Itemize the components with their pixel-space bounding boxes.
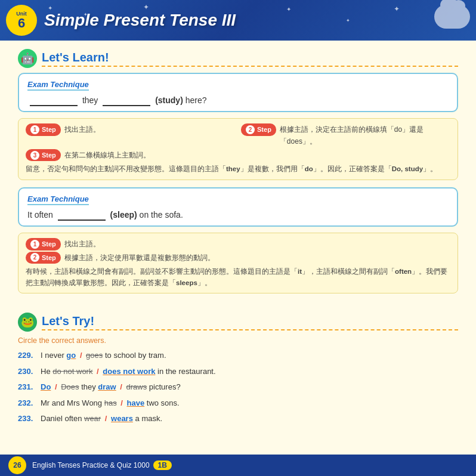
separator-231-1: / (55, 382, 59, 391)
lets-try-header: 🐸 Let's Try! (18, 313, 458, 332)
step-2-badge: 2Step (241, 123, 276, 136)
choice-231-draw: draw (98, 382, 116, 391)
lets-try-section: 🐸 Let's Try! Circle the correct answers.… (0, 307, 476, 434)
exam-technique-label-1: Exam Technique (27, 80, 89, 91)
exercise-233: 233. Daniel often wear / wears a mask. (18, 413, 458, 425)
blank-3 (58, 210, 106, 221)
choice-233-wears: wears (111, 414, 133, 423)
step-21-badge: 1Step (26, 238, 61, 251)
step-1-badge: 1Step (26, 123, 61, 136)
exercise-229: 229. I never go / goes to school by tram… (18, 350, 458, 361)
page-header: ✦ ✦ ✦ ✦ ✦ ✦ ✦ Unit 6 Simple Present Tens… (0, 0, 476, 41)
note-text-2: 有時候，主語和橫線之間會有副詞。副詞並不影響主動詞的形態。這條題目的主語是「it… (26, 266, 450, 288)
choice-230-doesnotwork: does not work (103, 367, 155, 376)
note-text-1: 留意，否定句和問句的主動詞不用改變形態。這條題目的主語「they」是複數，我們用… (26, 163, 450, 174)
choice-230-donotwork: do not work (52, 367, 92, 376)
content-area: 🤖 Let's Learn! Exam Technique they (stud… (0, 41, 476, 455)
exam-technique-2: Exam Technique It often (sleep) on the s… (18, 187, 458, 227)
lets-learn-icon: 🤖 (18, 49, 37, 68)
exercise-230: 230. He do not work / does not work in t… (18, 366, 458, 378)
step-3-badge: 3Step (26, 149, 61, 162)
exercise-232-text: Mr and Mrs Wong has / have two sons. (41, 397, 458, 409)
step-22-line: 2Step 根據主語，決定使用單數還是複數形態的動詞。 (26, 252, 450, 264)
exercise-229-num: 229. (18, 351, 41, 360)
step-22-badge: 2Step (26, 252, 61, 264)
choice-232-has: has (104, 398, 117, 407)
choice-231-do: Do (41, 382, 51, 391)
blank-1 (30, 95, 78, 106)
step-3-text: 在第二條橫線填上主動詞。 (64, 149, 450, 161)
question-study: (study) here? (155, 95, 206, 105)
exercise-231-num: 231. (18, 382, 41, 391)
exam-technique-1: Exam Technique they (study) here? (18, 73, 458, 112)
steps-box-1: 1Step 找出主語。 2Step 根據主語，決定在主語前的橫線填「do」還是「… (18, 118, 458, 180)
lets-learn-header: 🤖 Let's Learn! (18, 49, 458, 68)
instruction-text: Circle the correct answers. (18, 336, 458, 345)
header-title: Simple Present Tense III (44, 11, 236, 30)
exercise-229-text: I never go / goes to school by tram. (41, 350, 458, 361)
choice-229-goes: goes (86, 351, 103, 360)
separator-230: / (97, 367, 101, 376)
lets-learn-section: 🤖 Let's Learn! Exam Technique they (stud… (0, 41, 476, 307)
exercise-231: 231. Do / Does they draw / draws picture… (18, 381, 458, 393)
choice-231-does: Does (61, 382, 79, 391)
exercise-233-num: 233. (18, 414, 41, 423)
page-wrapper: ✦ ✦ ✦ ✦ ✦ ✦ ✦ Unit 6 Simple Present Tens… (0, 0, 476, 476)
step-1-text: 找出主語。 (64, 123, 235, 135)
exercise-233-text: Daniel often wear / wears a mask. (41, 413, 458, 425)
choice-229-go: go (66, 351, 76, 360)
choice-232-have: have (127, 398, 145, 407)
unit-number: 6 (18, 17, 25, 30)
footer-book-title: English Tenses Practice & Quiz 1000 (32, 461, 150, 469)
blank-2 (103, 95, 150, 106)
step-2-text: 根據主語，決定在主語前的橫線填「do」還是「does」。 (280, 123, 450, 148)
exam-question-1: they (study) here? (27, 95, 449, 106)
page-number-badge: 26 (8, 456, 26, 474)
step-1-line: 1Step 找出主語。 2Step 根據主語，決定在主語前的橫線填「do」還是「… (26, 123, 450, 148)
exercise-232: 232. Mr and Mrs Wong has / have two sons… (18, 397, 458, 409)
separator-232: / (120, 398, 125, 407)
unit-badge: Unit 6 (6, 5, 37, 36)
exercise-230-text: He do not work / does not work in the re… (41, 366, 458, 378)
separator-229: / (80, 351, 84, 360)
lets-learn-title: Let's Learn! (42, 51, 458, 67)
choice-231-draws: draws (126, 382, 147, 391)
step-3-line: 3Step 在第二條橫線填上主動詞。 (26, 149, 450, 162)
step-22-text: 根據主語，決定使用單數還是複數形態的動詞。 (64, 252, 450, 264)
page-footer: 26 English Tenses Practice & Quiz 1000 1… (0, 455, 476, 476)
separator-233: / (105, 414, 109, 423)
steps-box-2: 1Step 找出主語。 2Step 根據主語，決定使用單數還是複數形態的動詞。 … (18, 233, 458, 293)
exercise-230-num: 230. (18, 367, 41, 376)
exercise-231-text: Do / Does they draw / draws pictures? (41, 381, 458, 393)
header-cloud-decoration (434, 5, 470, 29)
exam-question-2: It often (sleep) on the sofa. (27, 210, 449, 221)
question-it-often: It often (27, 210, 55, 220)
step-21-line: 1Step 找出主語。 (26, 238, 450, 251)
question-word-they: they (82, 95, 100, 105)
separator-231-2: / (120, 382, 124, 391)
question-sleep: (sleep) on the sofa. (110, 210, 183, 220)
choice-233-wear: wear (84, 414, 101, 423)
exercise-list: 229. I never go / goes to school by tram… (18, 350, 458, 425)
lets-try-title: Let's Try! (42, 314, 458, 330)
exam-technique-label-2: Exam Technique (27, 194, 89, 205)
step-21-text: 找出主語。 (64, 238, 450, 250)
footer-book-level: 1B (153, 460, 172, 470)
exercise-232-num: 232. (18, 398, 41, 407)
lets-try-icon: 🐸 (18, 313, 37, 332)
